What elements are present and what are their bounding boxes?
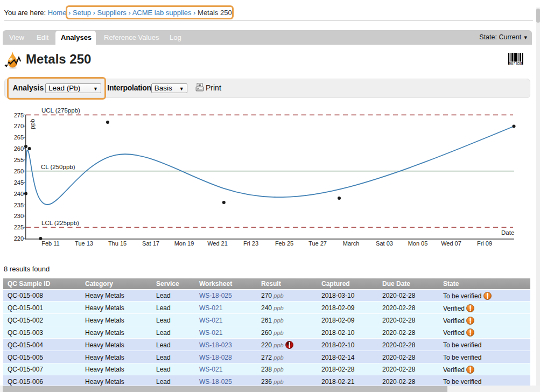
- svg-text:Mon 05: Mon 05: [408, 240, 428, 247]
- svg-text:230: 230: [14, 213, 24, 219]
- svg-text:225: 225: [14, 224, 24, 230]
- svg-text:260: 260: [14, 145, 24, 152]
- svg-text:255: 255: [14, 157, 24, 163]
- svg-text:275: 275: [14, 112, 24, 118]
- svg-text:265: 265: [14, 134, 24, 141]
- svg-text:Thu 15: Thu 15: [108, 240, 127, 247]
- svg-text:Mon 19: Mon 19: [174, 240, 194, 247]
- svg-text:ppb: ppb: [29, 119, 36, 129]
- svg-text:Feb 11: Feb 11: [41, 240, 59, 247]
- svg-text:Tue 27: Tue 27: [308, 240, 327, 247]
- svg-text:220: 220: [14, 235, 24, 242]
- svg-text:245: 245: [14, 179, 24, 186]
- svg-text:240: 240: [14, 191, 24, 197]
- svg-text:UCL (275ppb): UCL (275ppb): [41, 107, 80, 114]
- svg-text:270: 270: [14, 123, 24, 129]
- svg-text:Feb 25: Feb 25: [275, 240, 293, 247]
- svg-text:March: March: [343, 240, 360, 247]
- svg-text:Wed 21: Wed 21: [207, 240, 228, 247]
- svg-text:LCL (225ppb): LCL (225ppb): [41, 220, 79, 226]
- svg-text:Fri 09: Fri 09: [477, 240, 492, 247]
- svg-text:CL (250ppb): CL (250ppb): [41, 164, 75, 170]
- svg-text:Tue 13: Tue 13: [75, 240, 93, 247]
- svg-text:Fri 23: Fri 23: [243, 240, 258, 247]
- svg-text:235: 235: [14, 202, 24, 208]
- svg-text:Sat 03: Sat 03: [376, 240, 393, 247]
- svg-text:250: 250: [14, 168, 24, 174]
- svg-text:Wed 07: Wed 07: [441, 240, 461, 247]
- svg-text:Sat 17: Sat 17: [142, 240, 159, 247]
- svg-text:Date: Date: [501, 229, 514, 236]
